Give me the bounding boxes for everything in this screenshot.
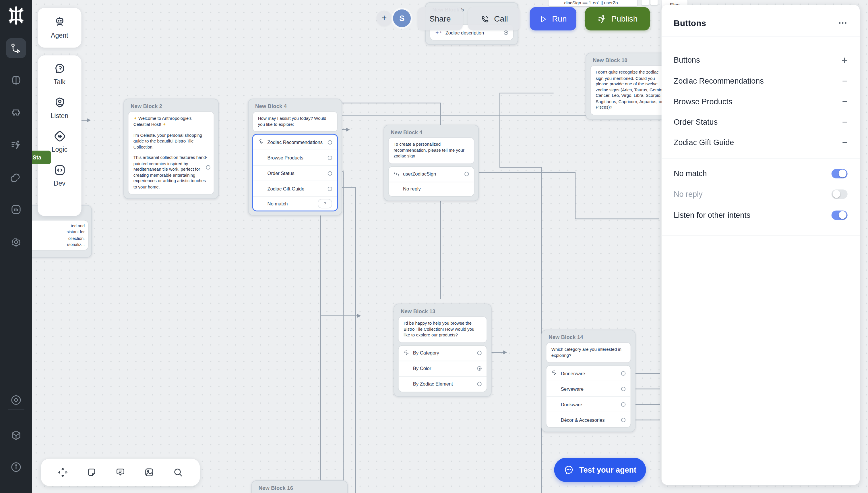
remove-button-icon[interactable]: − xyxy=(842,76,847,86)
message-card[interactable]: ted and sistant for ollection. rsonaliz.… xyxy=(32,221,88,250)
clipped-text-line: sistant for xyxy=(32,229,85,235)
message-card[interactable]: To create a personalized recommendation,… xyxy=(389,138,474,163)
output-port[interactable] xyxy=(206,165,210,170)
button-port[interactable] xyxy=(621,417,625,422)
buttons-editor-panel: Buttons ••• Buttons + Zodiac Recommendat… xyxy=(662,5,860,485)
user-avatar[interactable]: S xyxy=(393,9,411,27)
nav-item-agent[interactable]: Agent xyxy=(38,8,81,39)
button-row[interactable]: Serveware xyxy=(546,381,630,396)
button-label: Zodiac Recommendations xyxy=(267,140,324,145)
block-new-block-16[interactable]: New Block 16 xyxy=(251,480,348,493)
capture-port[interactable] xyxy=(464,172,469,176)
remove-button-icon[interactable]: − xyxy=(842,117,847,127)
button-port[interactable] xyxy=(621,402,625,406)
sidebar-item-automation[interactable] xyxy=(10,139,22,151)
button-port-connected[interactable] xyxy=(477,366,481,371)
button-port[interactable] xyxy=(328,171,332,175)
call-button[interactable]: Call xyxy=(468,7,520,30)
capture-row[interactable]: userZodiacSign xyxy=(389,167,474,181)
message-card[interactable]: Which category are you interested in exp… xyxy=(546,343,630,363)
publish-button[interactable]: Publish xyxy=(585,7,650,30)
search-tool-icon[interactable] xyxy=(173,467,183,478)
button-port[interactable] xyxy=(477,382,481,386)
message-card[interactable]: I'd be happy to help you browse the Bist… xyxy=(399,317,487,342)
add-button-icon[interactable]: + xyxy=(841,55,847,65)
note-tool-icon[interactable] xyxy=(86,467,97,478)
button-row[interactable]: Décor & Accessories xyxy=(546,412,630,427)
no-reply-toggle[interactable] xyxy=(831,189,848,199)
button-row[interactable]: Order Status xyxy=(253,165,337,181)
button-port[interactable] xyxy=(328,140,332,144)
app-logo-icon[interactable] xyxy=(5,4,27,26)
comment-tool-icon[interactable] xyxy=(115,467,126,478)
nav-item-logic[interactable]: Logic xyxy=(38,120,81,154)
button-port[interactable] xyxy=(328,187,332,191)
no-match-question-icon[interactable]: ? xyxy=(318,199,332,208)
listen-other-intents-toggle[interactable] xyxy=(831,210,848,220)
button-row[interactable]: By Zodiac Element xyxy=(399,376,487,391)
phone-icon xyxy=(480,14,490,24)
sidebar-item-status[interactable] xyxy=(10,394,22,406)
panel-item-row[interactable]: Browse Products − xyxy=(674,93,848,110)
share-button[interactable]: Share xyxy=(417,7,463,30)
sidebar-item-integrations[interactable] xyxy=(10,107,22,119)
button-row[interactable]: Drinkware xyxy=(546,396,630,412)
block-new-block-13[interactable]: New Block 13 I'd be happy to help you br… xyxy=(393,304,492,396)
block-new-block-4-capture[interactable]: New Block 4 To create a personalized rec… xyxy=(384,125,479,201)
message-paragraph: This artisanal collection features hand-… xyxy=(134,155,209,190)
call-label: Call xyxy=(494,14,508,23)
toggle-row-no-reply: No reply xyxy=(674,186,848,202)
clipped-text-line: ted and xyxy=(32,223,85,229)
message-card[interactable]: How may I assist you today? Would you li… xyxy=(253,112,337,132)
buttons-card[interactable]: By Category By Color By Zodiac Element xyxy=(399,346,487,391)
output-port[interactable] xyxy=(504,30,508,35)
button-row[interactable]: Zodiac Gift Guide xyxy=(253,181,337,196)
condition-expression-chip[interactable]: diacSign == "Leo" || userZo... xyxy=(549,0,637,6)
toggle-row-no-match: No match xyxy=(674,165,848,182)
no-reply-row[interactable]: No reply xyxy=(389,181,474,196)
sidebar-item-settings[interactable] xyxy=(10,236,22,248)
panel-menu-button[interactable]: ••• xyxy=(839,19,848,26)
sidebar-item-analytics[interactable] xyxy=(10,203,22,215)
button-row[interactable]: Browse Products xyxy=(253,150,337,165)
no-match-row[interactable]: No match ? xyxy=(253,196,337,211)
button-port[interactable] xyxy=(621,386,625,391)
app-sidebar xyxy=(0,0,32,493)
block-new-block-4-menu[interactable]: New Block 4 How may I assist you today? … xyxy=(248,99,342,215)
capture-card[interactable]: userZodiacSign No reply xyxy=(389,167,474,196)
block-title: New Block 4 xyxy=(384,125,478,138)
nav-item-listen[interactable]: Listen xyxy=(38,86,81,120)
sidebar-item-knowledge[interactable] xyxy=(10,75,22,87)
nav-card-agent: Agent xyxy=(38,8,81,48)
block-new-block-14[interactable]: New Block 14 Which category are you inte… xyxy=(541,329,636,432)
sidebar-item-workflow[interactable] xyxy=(10,42,22,54)
test-your-agent-button[interactable]: Test your agent xyxy=(554,458,646,482)
sidebar-item-resources[interactable] xyxy=(10,429,22,442)
block-new-block-2[interactable]: New Block 2 ✦ Welcome to Anthropologie's… xyxy=(123,99,219,199)
image-tool-icon[interactable] xyxy=(144,467,155,478)
buttons-card-selected[interactable]: Zodiac Recommendations Browse Products O… xyxy=(253,135,337,211)
button-row[interactable]: By Category xyxy=(399,346,487,361)
message-card[interactable]: ✦ Welcome to Anthropologie's Celestial H… xyxy=(128,112,213,194)
sidebar-item-info[interactable] xyxy=(10,461,22,473)
button-port[interactable] xyxy=(477,351,481,355)
add-block-button[interactable]: + xyxy=(376,10,392,26)
condition-port-chip[interactable] xyxy=(641,0,649,5)
nav-item-talk[interactable]: Talk xyxy=(38,56,81,86)
buttons-card[interactable]: Dinnerware Serveware Drinkware Décor & A… xyxy=(546,366,630,427)
panel-item-row[interactable]: Zodiac Recommendations − xyxy=(674,73,848,89)
button-port[interactable] xyxy=(621,371,625,375)
no-match-toggle[interactable] xyxy=(831,169,848,178)
button-port[interactable] xyxy=(328,155,332,160)
run-button[interactable]: Run xyxy=(530,7,576,30)
remove-button-icon[interactable]: − xyxy=(842,97,847,106)
button-row[interactable]: By Color xyxy=(399,361,487,376)
button-row[interactable]: Zodiac Recommendations xyxy=(253,135,337,150)
panel-item-row[interactable]: Order Status − xyxy=(674,113,848,130)
move-tool-icon[interactable] xyxy=(58,467,68,478)
remove-button-icon[interactable]: − xyxy=(842,137,847,147)
sidebar-item-transcripts[interactable] xyxy=(10,171,22,183)
panel-item-row[interactable]: Zodiac Gift Guide − xyxy=(674,134,848,151)
condition-port-chip[interactable] xyxy=(650,0,658,5)
button-row[interactable]: Dinnerware xyxy=(546,366,630,381)
